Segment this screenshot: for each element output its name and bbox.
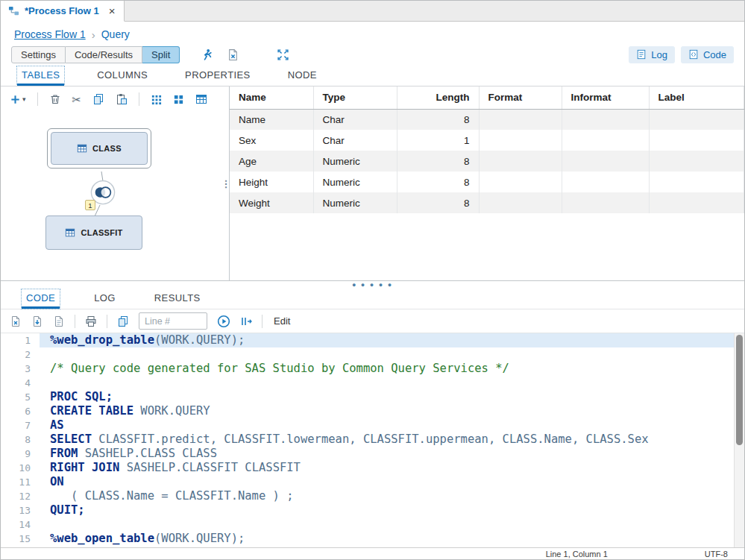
col-header-label[interactable]: Label bbox=[649, 86, 744, 109]
tab-tables[interactable]: TABLES bbox=[17, 66, 64, 86]
copy-code-icon[interactable] bbox=[117, 315, 129, 327]
save-code-icon[interactable] bbox=[31, 315, 43, 327]
add-table-button[interactable]: ▾ bbox=[10, 94, 26, 105]
vertical-scrollbar[interactable] bbox=[734, 333, 744, 547]
code-line[interactable]: 9FROM SASHELP.CLASS CLASS bbox=[1, 447, 744, 461]
code-editor[interactable]: 1%web_drop_table(WORK.QUERY);23/* Query … bbox=[1, 333, 744, 547]
select-all-code-icon[interactable] bbox=[53, 315, 65, 327]
line-number: 13 bbox=[1, 503, 40, 517]
node-classfit[interactable]: CLASSFIT bbox=[45, 215, 142, 250]
cell-informat bbox=[562, 172, 649, 192]
status-bar: Line 1, Column 1 UTF-8 bbox=[1, 547, 744, 559]
tab-node[interactable]: NODE bbox=[283, 66, 321, 86]
code-text: FROM SASHELP.CLASS CLASS bbox=[40, 447, 744, 461]
col-header-name[interactable]: Name bbox=[230, 86, 313, 109]
scrollbar-thumb[interactable] bbox=[736, 335, 743, 445]
code-text: ON bbox=[40, 475, 744, 489]
edit-button[interactable]: Edit bbox=[274, 315, 290, 327]
table-node-icon bbox=[77, 143, 87, 154]
maximize-icon[interactable] bbox=[277, 48, 289, 61]
split-view-button[interactable]: Split bbox=[142, 46, 180, 63]
cell-format bbox=[479, 130, 562, 151]
col-header-format[interactable]: Format bbox=[479, 86, 562, 109]
process-flow-canvas[interactable]: CLASS 1 CLASSFIT bbox=[1, 112, 223, 280]
cell-format bbox=[479, 192, 562, 213]
code-line[interactable]: 10RIGHT JOIN SASHELP.CLASSFIT CLASSFIT bbox=[1, 461, 744, 475]
goto-line-input[interactable] bbox=[139, 312, 207, 330]
node-class[interactable]: CLASS bbox=[51, 132, 148, 165]
close-tab-icon[interactable]: × bbox=[109, 5, 116, 16]
delete-icon[interactable] bbox=[49, 93, 61, 105]
cell-label bbox=[649, 151, 744, 172]
code-button[interactable]: Code bbox=[681, 46, 734, 63]
cell-length: 8 bbox=[397, 192, 479, 213]
line-number: 6 bbox=[1, 404, 40, 418]
paste-node-icon[interactable] bbox=[116, 93, 128, 105]
code-line[interactable]: 8SELECT CLASSFIT.predict, CLASSFIT.lower… bbox=[1, 432, 744, 447]
code-line[interactable]: 2 bbox=[1, 347, 744, 362]
code-line[interactable]: 14 bbox=[1, 517, 744, 532]
cell-length: 1 bbox=[397, 130, 479, 151]
log-button[interactable]: Log bbox=[629, 46, 675, 63]
breadcrumb-query: Query bbox=[101, 28, 130, 40]
line-number: 3 bbox=[1, 362, 40, 376]
tab-columns[interactable]: COLUMNS bbox=[92, 66, 152, 86]
code-line[interactable]: 6CREATE TABLE WORK.QUERY bbox=[1, 404, 744, 418]
code-text: %web_open_table(WORK.QUERY); bbox=[40, 532, 744, 546]
line-number: 9 bbox=[1, 447, 40, 461]
cell-informat bbox=[562, 151, 649, 172]
tab-log[interactable]: LOG bbox=[89, 289, 120, 309]
horizontal-splitter[interactable]: ● ● ● ● ● bbox=[1, 281, 744, 289]
code-line[interactable]: 13QUIT; bbox=[1, 503, 744, 517]
cell-label bbox=[649, 192, 744, 213]
data-table-icon[interactable] bbox=[195, 93, 207, 105]
col-header-type[interactable]: Type bbox=[313, 86, 397, 109]
tab-process-flow-1[interactable]: *Process Flow 1 × bbox=[1, 1, 125, 22]
tab-code[interactable]: CODE bbox=[22, 289, 60, 309]
code-line[interactable]: 7AS bbox=[1, 418, 744, 432]
layout-grid-icon[interactable] bbox=[151, 94, 162, 105]
main-content: Process Flow 1 › Query Settings Code/Res… bbox=[1, 22, 744, 547]
app-window: *Process Flow 1 × Process Flow 1 › Query… bbox=[0, 0, 745, 560]
table-row[interactable]: WeightNumeric8 bbox=[230, 192, 744, 213]
node-label: CLASS bbox=[92, 144, 122, 153]
settings-view-button[interactable]: Settings bbox=[11, 46, 66, 63]
output-buttons: Log Code bbox=[629, 46, 734, 63]
cursor-position: Line 1, Column 1 bbox=[546, 550, 608, 559]
line-numbers-icon[interactable] bbox=[240, 315, 252, 327]
table-row[interactable]: AgeNumeric8 bbox=[230, 151, 744, 172]
table-row[interactable]: NameChar8 bbox=[230, 109, 744, 130]
clear-results-icon[interactable] bbox=[227, 48, 239, 61]
cut-icon[interactable]: ✂ bbox=[72, 94, 82, 105]
breadcrumb: Process Flow 1 › Query bbox=[1, 22, 744, 43]
document-tabstrip: *Process Flow 1 × bbox=[1, 1, 744, 22]
chevron-down-icon: ▾ bbox=[22, 95, 26, 103]
cell-type: Char bbox=[313, 130, 397, 151]
breadcrumb-process-flow-link[interactable]: Process Flow 1 bbox=[14, 28, 86, 40]
col-header-informat[interactable]: Informat bbox=[562, 86, 649, 109]
code-line[interactable]: 11ON bbox=[1, 475, 744, 489]
code-line[interactable]: 12 ( CLASS.Name = CLASSFIT.Name ) ; bbox=[1, 489, 744, 503]
goto-line-button[interactable] bbox=[217, 315, 230, 328]
code-line[interactable]: 5PROC SQL; bbox=[1, 390, 744, 404]
table-row[interactable]: SexChar1 bbox=[230, 130, 744, 151]
tab-properties[interactable]: PROPERTIES bbox=[180, 66, 255, 86]
clear-code-icon[interactable] bbox=[10, 315, 22, 327]
process-flow-icon bbox=[8, 5, 19, 16]
run-icon[interactable] bbox=[201, 48, 213, 61]
cell-name: Height bbox=[230, 172, 313, 192]
col-header-length[interactable]: Length bbox=[397, 86, 479, 109]
code-results-view-button[interactable]: Code/Results bbox=[66, 46, 142, 63]
snap-grid-icon[interactable] bbox=[173, 94, 184, 105]
table-row[interactable]: HeightNumeric8 bbox=[230, 172, 744, 192]
print-icon[interactable] bbox=[85, 315, 97, 327]
vertical-splitter[interactable]: ⋮ bbox=[223, 86, 230, 280]
view-mode-segmented-control: Settings Code/Results Split bbox=[11, 46, 180, 63]
copy-node-icon[interactable] bbox=[92, 93, 104, 105]
tab-results[interactable]: RESULTS bbox=[150, 289, 205, 309]
code-line[interactable]: 4 bbox=[1, 376, 744, 390]
code-line[interactable]: 1%web_drop_table(WORK.QUERY); bbox=[1, 333, 744, 347]
cell-name: Age bbox=[230, 151, 313, 172]
code-line[interactable]: 3/* Query code generated for SAS Studio … bbox=[1, 362, 744, 376]
code-line[interactable]: 15%web_open_table(WORK.QUERY); bbox=[1, 532, 744, 546]
